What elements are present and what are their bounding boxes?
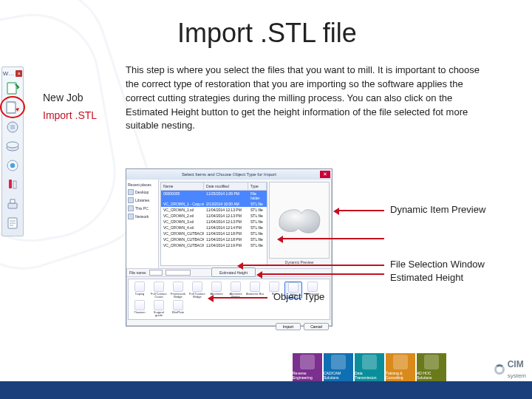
tool-generic-1-icon[interactable] — [4, 119, 21, 135]
tool-report-icon[interactable] — [4, 215, 21, 231]
nav-item[interactable]: Desktop — [128, 189, 157, 195]
cancel-button[interactable]: Cancel — [304, 323, 329, 330]
svg-rect-8 — [9, 180, 12, 188]
filename-field[interactable] — [149, 270, 163, 276]
tool-mill-icon[interactable] — [4, 177, 21, 193]
table-row[interactable]: VC_CROWN_CUTBACK_1…11/04/2014 12:18 PMST… — [161, 231, 267, 236]
callout-dynamic-preview: Dynamic Item Preview — [390, 204, 485, 215]
object-type-icon — [307, 282, 318, 292]
table-row[interactable]: 0000000511/25/2014 1:09 PMFile folder — [161, 191, 267, 201]
svg-rect-11 — [10, 200, 15, 203]
arrow-icon — [239, 265, 384, 266]
import-dialog-window: Select Items and Choose Object Type for … — [126, 168, 332, 327]
svg-rect-10 — [8, 203, 17, 208]
tile-icon — [424, 355, 439, 369]
page-description: This step is where you select the files … — [126, 64, 495, 133]
file-list-pane[interactable]: Name Date modified Type 0000000511/25/20… — [160, 182, 267, 266]
tooth-preview-icon — [273, 203, 325, 237]
object-type-icon — [134, 282, 145, 292]
step-new-job-label: New Job — [43, 92, 83, 103]
callout-object-type: Object Type — [273, 291, 324, 302]
close-icon[interactable]: × — [16, 70, 22, 77]
svg-point-7 — [10, 163, 15, 168]
footer-tile: AD HOC Solutions — [417, 353, 446, 381]
toolbar-tab[interactable]: W… × — [1, 69, 24, 78]
object-type-icon — [173, 300, 183, 310]
tool-nesting-icon[interactable] — [4, 138, 21, 154]
nav-item[interactable]: This PC — [128, 205, 157, 211]
table-row[interactable]: VC_CROWN_1.stl11/04/2014 12:13 PMSTL fil… — [161, 207, 267, 213]
page-title: Import .STL file — [177, 18, 357, 49]
folder-icon — [128, 197, 134, 203]
dialog-title: Select Items and Choose Object Type for … — [182, 172, 276, 177]
footer-tiles: Reverse Engineering CAD/CAM Solutions Da… — [293, 353, 446, 381]
svg-point-5 — [7, 142, 18, 148]
svg-rect-3 — [10, 125, 15, 129]
folder-icon — [128, 214, 134, 219]
object-type-icon — [231, 282, 241, 292]
tile-icon — [393, 355, 408, 369]
preview-box — [269, 182, 330, 259]
tile-icon — [300, 355, 315, 369]
nav-header: Recent places — [128, 183, 157, 187]
object-type-icon — [250, 282, 260, 292]
table-row[interactable]: VC_CROWN_1 - Copy.stl2/13/2014 10:00 AMS… — [161, 201, 267, 207]
arrow-icon — [210, 297, 267, 299]
table-row[interactable]: VC_CROWN_CUTBACK_C…11/04/2014 12:18 PMST… — [161, 236, 267, 242]
brand-logo: CIMsystem — [494, 359, 526, 380]
object-type-item[interactable]: Titanium — [131, 300, 149, 317]
svg-rect-9 — [13, 181, 16, 188]
object-type-item[interactable]: Abutment Bridge — [227, 282, 245, 299]
brand-logo-icon — [494, 364, 505, 375]
footer-tile: CAD/CAM Solutions — [324, 353, 353, 381]
footer-tile: Reverse Engineering — [293, 353, 322, 381]
nav-item[interactable]: Libraries — [128, 197, 157, 203]
workflow-toolbar: W… × — [1, 66, 24, 236]
callout-estimated-height: Estimated Height — [390, 272, 463, 283]
object-type-icon — [154, 300, 164, 310]
object-type-item[interactable]: Coping — [131, 282, 149, 299]
filetype-select[interactable] — [166, 270, 191, 276]
object-type-item[interactable]: Surgical guide — [150, 300, 168, 317]
dialog-titlebar: Select Items and Choose Object Type for … — [126, 169, 332, 180]
object-type-icon — [192, 282, 202, 292]
object-type-item[interactable]: Anatomic Bar — [246, 282, 264, 299]
footer-band — [0, 381, 532, 399]
step-import-stl-label: Import .STL — [43, 109, 97, 121]
object-type-icon — [154, 282, 164, 292]
tool-generic-2-icon[interactable] — [4, 157, 21, 174]
dialog-action-row: Import Cancel — [126, 321, 332, 332]
arrow-icon — [259, 273, 384, 275]
table-row[interactable]: VC_CROWN_2.stl11/04/2014 12:13 PMSTL fil… — [161, 213, 267, 219]
object-type-icon — [211, 282, 222, 292]
object-type-item[interactable]: Framework Bridge — [169, 282, 187, 299]
table-row[interactable]: VC_CROWN_3.stl11/04/2014 12:13 PMSTL fil… — [161, 219, 267, 225]
tool-import-stl-icon[interactable] — [4, 100, 21, 116]
callout-file-selection: File Selection Window — [390, 259, 485, 270]
footer-tile: Data Transmission — [355, 353, 384, 381]
object-type-item[interactable]: BitePlate — [169, 300, 187, 317]
folder-icon — [128, 189, 134, 195]
footer-tile: Training & Consulting — [386, 353, 415, 381]
tile-icon — [331, 355, 346, 369]
preview-pane: Dynamic Preview — [269, 182, 330, 266]
import-button[interactable]: Import — [276, 323, 301, 330]
folder-icon — [128, 205, 134, 211]
object-type-icon — [269, 282, 279, 292]
tool-new-job-icon[interactable] — [4, 81, 21, 97]
table-row[interactable]: VC_CROWN_CUTBACK_C…11/04/2014 12:19 PMST… — [161, 242, 267, 248]
arrow-icon — [335, 210, 384, 211]
object-type-icon — [134, 300, 145, 310]
dialog-nav-column: Recent places Desktop Libraries This PC … — [126, 180, 159, 268]
dialog-close-icon[interactable]: ✕ — [320, 171, 330, 178]
tile-icon — [362, 355, 377, 369]
tool-output-icon[interactable] — [4, 196, 21, 212]
arrow-icon — [279, 238, 384, 239]
filename-label: File name: — [129, 270, 146, 275]
object-type-item[interactable]: Full Contour Crown — [150, 282, 168, 299]
file-list-header: Name Date modified Type — [161, 183, 267, 191]
toolbar-tab-label: W… — [3, 70, 15, 77]
object-type-icon — [173, 282, 183, 292]
table-row[interactable]: VC_CROWN_4.stl11/04/2014 12:14 PMSTL fil… — [161, 225, 267, 231]
nav-item[interactable]: Network — [128, 214, 157, 219]
